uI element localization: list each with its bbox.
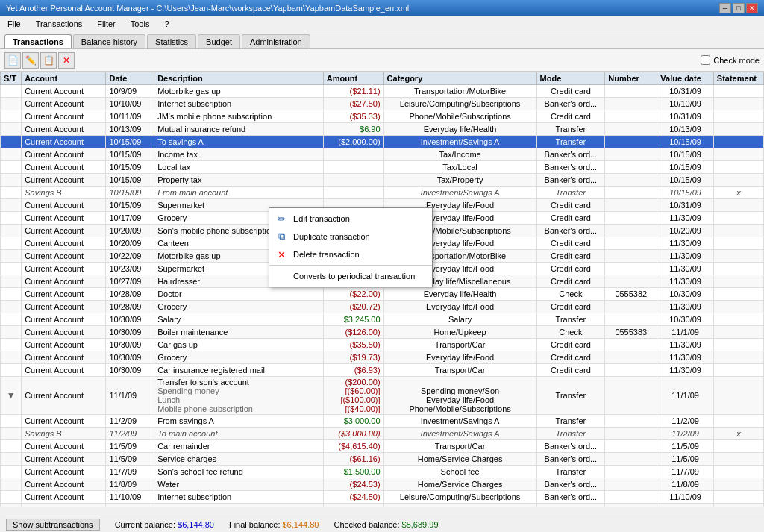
row-stmt <box>713 415 763 428</box>
row-st <box>1 313 22 326</box>
copy-transaction-button[interactable]: 📋 <box>40 52 57 69</box>
ctx-delete[interactable]: ✕ Delete transaction <box>269 245 432 263</box>
menubar: File Transactions Filter Tools ? <box>0 16 764 31</box>
col-header-desc[interactable]: Description <box>154 72 324 85</box>
check-mode-checkbox[interactable] <box>701 55 710 65</box>
row-cat: Home/Upkeep <box>383 326 536 339</box>
row-mode: Banker's ord... <box>536 491 605 504</box>
row-mode: Credit card <box>536 263 605 275</box>
row-st <box>1 174 22 187</box>
table-row[interactable]: Current Account 10/15/09 Income tax Tax/… <box>1 148 764 161</box>
row-date: 10/20/09 <box>106 237 154 250</box>
ctx-duplicate-label: Duplicate transaction <box>293 232 370 241</box>
row-amount: $3,000.00 <box>323 415 383 428</box>
col-header-mode[interactable]: Mode <box>536 72 605 85</box>
menu-help[interactable]: ? <box>160 18 173 30</box>
context-menu: ✏ Edit transaction ⧉ Duplicate transacti… <box>269 207 433 287</box>
new-transaction-button[interactable]: 📄 <box>4 52 21 69</box>
row-valdate: 10/13/09 <box>657 123 714 136</box>
row-valdate: 10/15/09 <box>657 187 714 199</box>
tab-administration[interactable]: Administration <box>242 34 310 48</box>
table-row[interactable]: Current Account 10/30/09 Boiler maintena… <box>1 326 764 339</box>
row-mode: Credit card <box>536 85 605 98</box>
row-valdate: 10/30/09 <box>657 288 714 301</box>
table-row[interactable]: Current Account 10/28/09 Grocery ($20.72… <box>1 301 764 313</box>
table-row[interactable]: Current Account 11/10/09 Ma Internet Sub… <box>1 504 764 507</box>
row-mode: Check <box>536 326 605 339</box>
table-row[interactable]: Current Account 11/7/09 Son's school fee… <box>1 466 764 478</box>
menu-file[interactable]: File <box>3 18 25 30</box>
ctx-edit[interactable]: ✏ Edit transaction <box>269 210 432 228</box>
row-date: 10/15/09 <box>106 174 154 187</box>
row-account: Current Account <box>22 288 106 301</box>
row-stmt <box>713 174 763 187</box>
menu-transactions[interactable]: Transactions <box>31 18 87 30</box>
row-amount: ($24.50) <box>323 491 383 504</box>
table-row[interactable]: Current Account 10/13/09 Mutual insuranc… <box>1 123 764 136</box>
table-row[interactable]: Current Account 10/10/09 Internet subscr… <box>1 98 764 110</box>
row-desc: Grocery <box>154 351 324 364</box>
row-amount: $1,500.00 <box>323 466 383 478</box>
table-row[interactable]: Savings B 10/15/09 From main account Inv… <box>1 187 764 199</box>
row-desc: Motorbike gas up <box>154 85 324 98</box>
row-account: Current Account <box>22 351 106 364</box>
col-header-st[interactable]: S/T <box>1 72 22 85</box>
table-row[interactable]: Current Account 10/30/09 Salary $3,245.0… <box>1 313 764 326</box>
tab-budget[interactable]: Budget <box>198 34 240 48</box>
row-cat: Transport/Car <box>383 339 536 351</box>
table-row[interactable]: Current Account 11/5/09 Service charges … <box>1 453 764 466</box>
col-header-stmt[interactable]: Statement <box>713 72 763 85</box>
table-row[interactable]: Current Account 11/8/09 Water ($24.53) H… <box>1 478 764 491</box>
row-number <box>605 339 657 351</box>
row-account: Current Account <box>22 263 106 275</box>
ctx-duplicate[interactable]: ⧉ Duplicate transaction <box>269 228 432 245</box>
row-number <box>605 428 657 440</box>
table-row[interactable]: Savings B 11/2/09 To main account ($3,00… <box>1 428 764 440</box>
row-stmt <box>713 351 763 364</box>
maximize-button[interactable]: □ <box>733 3 745 13</box>
menu-tools[interactable]: Tools <box>126 18 154 30</box>
row-desc: Salary <box>154 313 324 326</box>
menu-filter[interactable]: Filter <box>93 18 119 30</box>
edit-transaction-button[interactable]: ✏️ <box>22 52 39 69</box>
table-row[interactable]: Current Account 10/11/09 JM's mobile pho… <box>1 110 764 123</box>
row-mode: Credit card <box>536 364 605 377</box>
tab-transactions[interactable]: Transactions <box>4 34 72 48</box>
table-row[interactable]: Current Account 10/28/09 Doctor ($22.00)… <box>1 288 764 301</box>
table-row[interactable]: Current Account 11/10/09 Internet subscr… <box>1 491 764 504</box>
table-row[interactable]: Current Account 10/15/09 Local tax Tax/L… <box>1 161 764 174</box>
row-mode: Credit card <box>536 301 605 313</box>
tab-statistics[interactable]: Statistics <box>147 34 196 48</box>
col-header-number[interactable]: Number <box>605 72 657 85</box>
col-header-date[interactable]: Date <box>106 72 154 85</box>
col-header-account[interactable]: Account <box>22 72 106 85</box>
table-container[interactable]: S/T Account Date Description Amount Cate… <box>0 72 764 507</box>
table-row[interactable]: Current Account 10/15/09 Property tax Ta… <box>1 174 764 187</box>
row-amount: $3,245.00 <box>323 313 383 326</box>
ctx-convert[interactable]: Converts to periodical transaction <box>269 267 432 285</box>
close-button[interactable]: ✕ <box>746 3 758 13</box>
toolbar-left: 📄 ✏️ 📋 ✕ <box>4 52 75 69</box>
table-row[interactable]: ▼ Current Account 11/1/09 Transfer to so… <box>1 377 764 415</box>
row-stmt <box>713 377 763 415</box>
row-date: 10/15/09 <box>106 187 154 199</box>
row-number <box>605 313 657 326</box>
table-row[interactable]: Current Account 10/9/09 Motorbike gas up… <box>1 85 764 98</box>
table-row[interactable]: Current Account 10/15/09 To savings A ($… <box>1 136 764 148</box>
table-row[interactable]: Current Account 10/30/09 Car gas up ($35… <box>1 339 764 351</box>
row-date: 10/15/09 <box>106 148 154 161</box>
row-number: 0555382 <box>605 288 657 301</box>
table-row[interactable]: Current Account 10/30/09 Car insurance r… <box>1 364 764 377</box>
col-header-valdate[interactable]: Value date <box>657 72 714 85</box>
row-date: 11/5/09 <box>106 453 154 466</box>
row-number <box>605 491 657 504</box>
row-number <box>605 250 657 263</box>
tab-balance-history[interactable]: Balance history <box>73 34 145 48</box>
delete-transaction-button[interactable]: ✕ <box>58 52 75 69</box>
minimize-button[interactable]: ─ <box>719 3 731 13</box>
table-row[interactable]: Current Account 11/2/09 From savings A $… <box>1 415 764 428</box>
table-row[interactable]: Current Account 11/5/09 Car remainder ($… <box>1 440 764 453</box>
col-header-amount[interactable]: Amount <box>323 72 383 85</box>
table-row[interactable]: Current Account 10/30/09 Grocery ($19.73… <box>1 351 764 364</box>
col-header-cat[interactable]: Category <box>383 72 536 85</box>
